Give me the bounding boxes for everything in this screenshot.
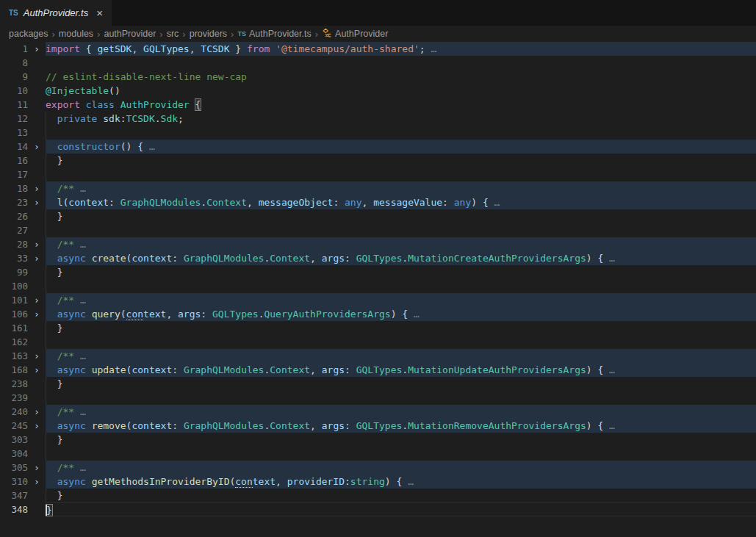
- fold-chevron-icon[interactable]: ›: [28, 419, 46, 433]
- fold-chevron-icon[interactable]: ›: [28, 237, 46, 251]
- fold-chevron-icon[interactable]: ›: [28, 307, 46, 321]
- token: :: [345, 420, 356, 431]
- code-text[interactable]: }: [46, 433, 756, 447]
- code-line[interactable]: 99 }: [0, 265, 756, 279]
- fold-chevron-icon[interactable]: ›: [28, 461, 46, 475]
- code-text[interactable]: }: [46, 321, 756, 335]
- code-line[interactable]: 10@Injectable(): [0, 84, 756, 98]
- code-line[interactable]: 14› constructor() { …: [0, 140, 756, 154]
- fold-chevron-icon[interactable]: ›: [28, 181, 46, 195]
- code-text[interactable]: async remove(context: GraphQLModules.Con…: [46, 419, 756, 433]
- code-text[interactable]: export class AuthProvider {: [46, 98, 756, 112]
- token: Context: [270, 364, 310, 375]
- code-line[interactable]: 16 }: [0, 154, 756, 167]
- code-text[interactable]: [46, 56, 756, 70]
- code-text[interactable]: async getMethodsInProviderByID(context, …: [46, 475, 756, 489]
- code-line[interactable]: 238 }: [0, 377, 756, 391]
- code-text[interactable]: l(context: GraphQLModules.Context, messa…: [46, 195, 756, 209]
- code-text[interactable]: [46, 126, 756, 140]
- token: }: [46, 322, 62, 334]
- breadcrumb-item-authprovider[interactable]: AuthProvider: [322, 28, 388, 40]
- breadcrumb-item-authprovider-ts[interactable]: TSAuthProvider.ts: [237, 29, 311, 39]
- breadcrumb-item-modules[interactable]: modules: [59, 29, 93, 39]
- code-line[interactable]: 11export class AuthProvider {: [0, 98, 756, 112]
- code-line[interactable]: 33› async create(context: GraphQLModules…: [0, 251, 756, 265]
- code-text[interactable]: [46, 335, 756, 349]
- breadcrumb-item-src[interactable]: src: [167, 29, 179, 39]
- code-line[interactable]: 163› /** …: [0, 349, 756, 363]
- code-text[interactable]: [46, 279, 756, 293]
- code-text[interactable]: /** …: [46, 237, 756, 251]
- code-line[interactable]: 27: [0, 223, 756, 237]
- fold-chevron-icon[interactable]: ›: [28, 363, 46, 377]
- code-line[interactable]: 347 }: [0, 489, 756, 502]
- code-text[interactable]: constructor() { …: [46, 140, 756, 154]
- code-line[interactable]: 303 }: [0, 433, 756, 447]
- fold-chevron-icon[interactable]: ›: [28, 42, 46, 56]
- code-line[interactable]: 100: [0, 279, 756, 293]
- fold-chevron-icon[interactable]: ›: [28, 349, 46, 363]
- code-text[interactable]: /** …: [46, 293, 756, 307]
- code-line[interactable]: 17: [0, 167, 756, 181]
- code-line[interactable]: 28› /** …: [0, 237, 756, 251]
- code-text[interactable]: private sdk:TCSDK.Sdk;: [46, 112, 756, 126]
- code-line[interactable]: 245› async remove(context: GraphQLModule…: [0, 419, 756, 433]
- token: async: [57, 253, 92, 264]
- breadcrumb-item-authprovider[interactable]: authProvider: [104, 29, 156, 39]
- code-text[interactable]: async create(context: GraphQLModules.Con…: [46, 251, 756, 265]
- token: context: [132, 420, 172, 431]
- code-line[interactable]: 240› /** …: [0, 405, 756, 419]
- code-text[interactable]: /** …: [46, 461, 756, 475]
- token: GraphQLModules: [120, 197, 201, 208]
- code-text[interactable]: @Injectable(): [46, 84, 756, 98]
- code-line[interactable]: 8: [0, 56, 756, 70]
- breadcrumb-item-packages[interactable]: packages: [9, 29, 48, 39]
- code-editor[interactable]: 1›import { getSDK, GQLTypes, TCSDK } fro…: [0, 42, 756, 537]
- fold-chevron-icon[interactable]: ›: [28, 195, 46, 209]
- fold-chevron-icon[interactable]: ›: [28, 251, 46, 265]
- code-line[interactable]: 1›import { getSDK, GQLTypes, TCSDK } fro…: [0, 42, 756, 56]
- code-line[interactable]: 168› async update(context: GraphQLModule…: [0, 363, 756, 377]
- token: }: [46, 505, 52, 516]
- code-line[interactable]: 12 private sdk:TCSDK.Sdk;: [0, 112, 756, 126]
- fold-chevron-icon[interactable]: ›: [28, 405, 46, 419]
- code-line[interactable]: 9// eslint-disable-next-line new-cap: [0, 70, 756, 84]
- code-text[interactable]: // eslint-disable-next-line new-cap: [46, 70, 756, 84]
- code-line[interactable]: 161 }: [0, 321, 756, 335]
- code-text[interactable]: /** …: [46, 181, 756, 195]
- code-line[interactable]: 348}: [0, 502, 756, 516]
- code-text[interactable]: }: [46, 377, 756, 391]
- code-text[interactable]: [46, 447, 756, 461]
- code-line[interactable]: 26 }: [0, 209, 756, 223]
- tab-authprovider[interactable]: TS AuthProvider.ts ×: [0, 0, 112, 26]
- code-text[interactable]: async query(context, args: GQLTypes.Quer…: [46, 307, 756, 321]
- fold-chevron-icon[interactable]: ›: [28, 475, 46, 489]
- close-icon[interactable]: ×: [96, 7, 103, 18]
- code-text[interactable]: [46, 223, 756, 237]
- code-line[interactable]: 162: [0, 335, 756, 349]
- fold-chevron-icon[interactable]: ›: [28, 140, 46, 154]
- code-line[interactable]: 106› async query(context, args: GQLTypes…: [0, 307, 756, 321]
- code-text[interactable]: /** …: [46, 405, 756, 419]
- code-text[interactable]: }: [46, 209, 756, 223]
- code-line[interactable]: 18› /** …: [0, 181, 756, 195]
- fold-chevron-icon[interactable]: ›: [28, 293, 46, 307]
- code-text[interactable]: }: [46, 502, 756, 516]
- code-line[interactable]: 239: [0, 391, 756, 405]
- breadcrumb-item-providers[interactable]: providers: [190, 29, 227, 39]
- code-text[interactable]: import { getSDK, GQLTypes, TCSDK } from …: [46, 42, 756, 56]
- code-text[interactable]: }: [46, 489, 756, 502]
- token: private: [57, 113, 104, 124]
- code-line[interactable]: 23› l(context: GraphQLModules.Context, m…: [0, 195, 756, 209]
- code-line[interactable]: 310› async getMethodsInProviderByID(cont…: [0, 475, 756, 489]
- code-text[interactable]: async update(context: GraphQLModules.Con…: [46, 363, 756, 377]
- code-line[interactable]: 13: [0, 126, 756, 140]
- code-text[interactable]: [46, 391, 756, 405]
- code-text[interactable]: [46, 167, 756, 181]
- code-line[interactable]: 305› /** …: [0, 461, 756, 475]
- code-text[interactable]: }: [46, 154, 756, 167]
- code-text[interactable]: }: [46, 265, 756, 279]
- code-line[interactable]: 101› /** …: [0, 293, 756, 307]
- code-line[interactable]: 304: [0, 447, 756, 461]
- code-text[interactable]: /** …: [46, 349, 756, 363]
